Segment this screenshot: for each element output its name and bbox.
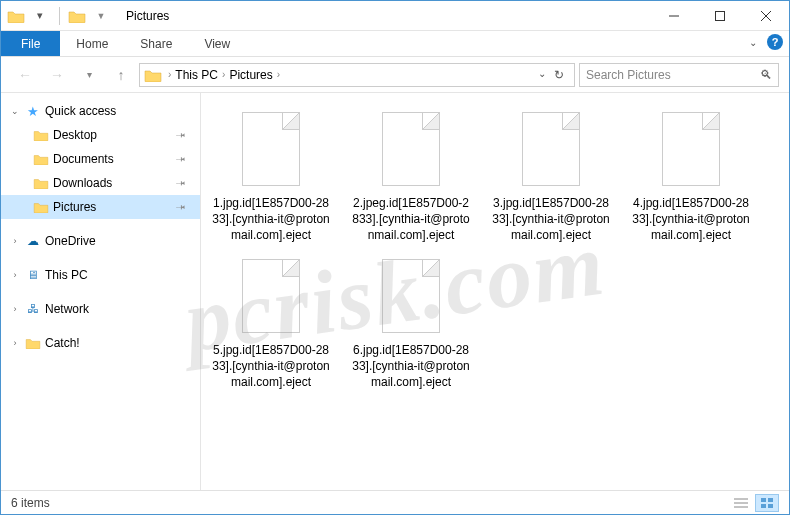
tree-item-onedrive[interactable]: › ☁ OneDrive (1, 229, 200, 253)
folder-icon (7, 9, 25, 23)
qat-overflow-icon[interactable]: ▼ (90, 5, 112, 27)
chevron-right-icon[interactable]: › (9, 338, 21, 348)
tree-quick-access[interactable]: ⌄ ★ Quick access (1, 99, 200, 123)
address-dropdown-icon[interactable]: ⌄ (538, 68, 546, 82)
search-icon: 🔍︎ (760, 68, 772, 82)
pin-icon: 📌︎ (174, 200, 189, 215)
svg-rect-10 (768, 504, 773, 508)
folder-icon (33, 176, 49, 190)
chevron-right-icon[interactable]: › (9, 304, 21, 314)
tree-label: OneDrive (45, 234, 96, 248)
file-name: 6.jpg.id[1E857D00-2833].[cynthia-it@prot… (351, 342, 471, 391)
tree-item-network[interactable]: › 🖧︎ Network (1, 297, 200, 321)
chevron-right-icon[interactable]: › (9, 270, 21, 280)
file-tab[interactable]: File (1, 31, 60, 56)
file-name: 5.jpg.id[1E857D00-2833].[cynthia-it@prot… (211, 342, 331, 391)
chevron-right-icon[interactable]: › (168, 69, 171, 80)
file-icon (236, 107, 306, 191)
back-button[interactable]: ← (11, 61, 39, 89)
file-grid: 1.jpg.id[1E857D00-2833].[cynthia-it@prot… (211, 107, 779, 390)
pin-icon: 📌︎ (174, 128, 189, 143)
breadcrumb-item[interactable]: Pictures (229, 68, 272, 82)
tree-label: Downloads (53, 176, 112, 190)
folder-icon (33, 200, 49, 214)
navigation-bar: ← → ▾ ↑ › This PC › Pictures › ⌄ ↻ Searc… (1, 57, 789, 93)
icons-view-button[interactable] (755, 494, 779, 512)
folder-icon (33, 128, 49, 142)
tree-label: Desktop (53, 128, 97, 142)
tab-home[interactable]: Home (60, 31, 124, 56)
help-icon[interactable]: ? (767, 34, 783, 50)
tab-view[interactable]: View (188, 31, 246, 56)
content-area[interactable]: 1.jpg.id[1E857D00-2833].[cynthia-it@prot… (201, 93, 789, 490)
pc-icon: 🖥︎ (25, 268, 41, 282)
explorer-window: ▾ ▼ Pictures File Home Share View ⌄ ? ← … (0, 0, 790, 515)
file-item[interactable]: 6.jpg.id[1E857D00-2833].[cynthia-it@prot… (351, 254, 471, 391)
tree-item-thispc[interactable]: › 🖥︎ This PC (1, 263, 200, 287)
navigation-pane[interactable]: ⌄ ★ Quick access Desktop 📌︎ Documents 📌︎… (1, 93, 201, 490)
file-item[interactable]: 1.jpg.id[1E857D00-2833].[cynthia-it@prot… (211, 107, 331, 244)
folder-icon (25, 336, 41, 350)
svg-rect-7 (761, 498, 766, 502)
file-name: 4.jpg.id[1E857D00-2833].[cynthia-it@prot… (631, 195, 751, 244)
svg-rect-1 (716, 11, 725, 20)
file-name: 2.jpeg.id[1E857D00-2833].[cynthia-it@pro… (351, 195, 471, 244)
status-item-count: 6 items (11, 496, 50, 510)
file-item[interactable]: 5.jpg.id[1E857D00-2833].[cynthia-it@prot… (211, 254, 331, 391)
tree-item-pictures[interactable]: Pictures 📌︎ (1, 195, 200, 219)
star-icon: ★ (25, 104, 41, 118)
svg-rect-9 (761, 504, 766, 508)
file-name: 1.jpg.id[1E857D00-2833].[cynthia-it@prot… (211, 195, 331, 244)
up-button[interactable]: ↑ (107, 61, 135, 89)
maximize-button[interactable] (697, 1, 743, 30)
folder-icon (33, 152, 49, 166)
window-title: Pictures (126, 9, 651, 23)
details-view-button[interactable] (729, 494, 753, 512)
tree-label: Pictures (53, 200, 96, 214)
folder-icon (144, 68, 162, 82)
tree-label: This PC (45, 268, 88, 282)
pin-icon: 📌︎ (174, 152, 189, 167)
tree-label: Catch! (45, 336, 80, 350)
minimize-button[interactable] (651, 1, 697, 30)
file-icon (236, 254, 306, 338)
forward-button[interactable]: → (43, 61, 71, 89)
separator (59, 7, 60, 25)
folder-open-icon[interactable] (68, 9, 86, 23)
breadcrumb-item[interactable]: This PC (175, 68, 218, 82)
chevron-right-icon[interactable]: › (222, 69, 225, 80)
quick-access-toolbar: ▾ ▼ (1, 5, 118, 27)
window-controls (651, 1, 789, 30)
chevron-right-icon[interactable]: › (9, 236, 21, 246)
file-icon (376, 107, 446, 191)
tab-share[interactable]: Share (124, 31, 188, 56)
svg-rect-8 (768, 498, 773, 502)
chevron-right-icon[interactable]: › (277, 69, 280, 80)
tree-label: Documents (53, 152, 114, 166)
file-icon (656, 107, 726, 191)
tree-label: Network (45, 302, 89, 316)
search-input[interactable]: Search Pictures 🔍︎ (579, 63, 779, 87)
close-button[interactable] (743, 1, 789, 30)
file-icon (376, 254, 446, 338)
refresh-icon[interactable]: ↻ (554, 68, 564, 82)
recent-locations-icon[interactable]: ▾ (75, 61, 103, 89)
file-item[interactable]: 2.jpeg.id[1E857D00-2833].[cynthia-it@pro… (351, 107, 471, 244)
pin-icon: 📌︎ (174, 176, 189, 191)
chevron-down-icon[interactable]: ⌄ (9, 106, 21, 116)
cloud-icon: ☁ (25, 234, 41, 248)
tree-item-documents[interactable]: Documents 📌︎ (1, 147, 200, 171)
ribbon-tabs: File Home Share View ⌄ ? (1, 31, 789, 57)
address-bar[interactable]: › This PC › Pictures › ⌄ ↻ (139, 63, 575, 87)
expand-ribbon-icon[interactable]: ⌄ (749, 37, 757, 48)
file-icon (516, 107, 586, 191)
tree-item-desktop[interactable]: Desktop 📌︎ (1, 123, 200, 147)
qat-dropdown-icon[interactable]: ▾ (29, 5, 51, 27)
tree-label: Quick access (45, 104, 116, 118)
file-item[interactable]: 3.jpg.id[1E857D00-2833].[cynthia-it@prot… (491, 107, 611, 244)
tree-item-downloads[interactable]: Downloads 📌︎ (1, 171, 200, 195)
network-icon: 🖧︎ (25, 302, 41, 316)
search-placeholder: Search Pictures (586, 68, 671, 82)
file-item[interactable]: 4.jpg.id[1E857D00-2833].[cynthia-it@prot… (631, 107, 751, 244)
tree-item-catch[interactable]: › Catch! (1, 331, 200, 355)
